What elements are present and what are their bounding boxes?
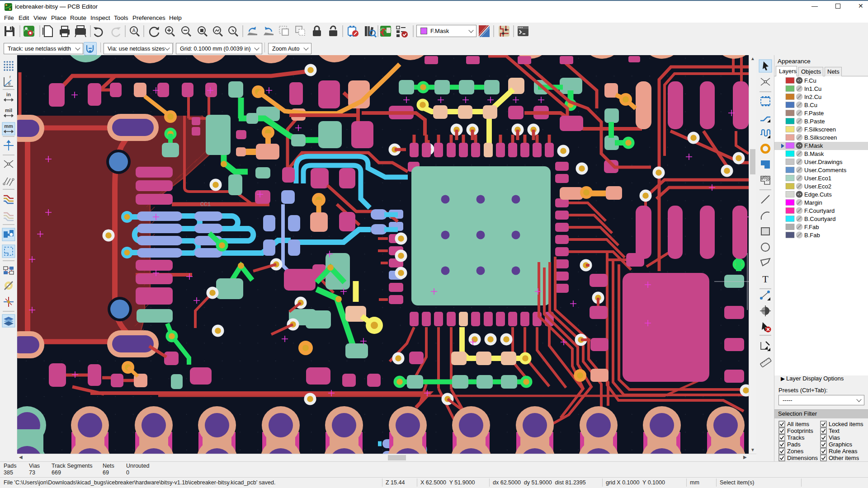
svg-text:Graphics: Graphics — [829, 441, 853, 448]
svg-text:Dimensions: Dimensions — [787, 455, 818, 461]
svg-text:User.Eco1: User.Eco1 — [804, 175, 831, 182]
svg-text:F.Fab: F.Fab — [804, 224, 819, 230]
svg-text:F.Paste: F.Paste — [804, 110, 824, 117]
svg-text:All items: All items — [787, 421, 810, 427]
svg-text:B.Cu: B.Cu — [804, 102, 817, 108]
svg-text:T: T — [762, 273, 769, 285]
svg-text:In2.Cu: In2.Cu — [804, 94, 821, 100]
svg-text:CC1: CC1 — [200, 201, 211, 208]
svg-text:Tracks: Tracks — [787, 434, 805, 441]
svg-text:mm: mm — [4, 123, 13, 129]
svg-text:In1.Cu: In1.Cu — [804, 85, 821, 92]
svg-text:Other items: Other items — [829, 455, 859, 461]
svg-text:F.Courtyard: F.Courtyard — [804, 207, 835, 214]
svg-text:mil: mil — [5, 108, 12, 113]
svg-text:B.Courtyard: B.Courtyard — [804, 216, 835, 222]
svg-text:F.Silkscreen: F.Silkscreen — [804, 126, 836, 133]
svg-text:B.Mask: B.Mask — [804, 150, 824, 157]
svg-text:A: A — [132, 28, 136, 33]
svg-text:r: r — [9, 75, 11, 79]
svg-text:Margin: Margin — [804, 199, 822, 206]
svg-text:Zones: Zones — [787, 448, 804, 455]
svg-text:B.Paste: B.Paste — [804, 118, 825, 125]
svg-text:User.Comments: User.Comments — [804, 167, 847, 174]
svg-text:θ: θ — [8, 82, 10, 86]
svg-text:Pads: Pads — [787, 441, 801, 448]
svg-text:B.Silkscreen: B.Silkscreen — [804, 134, 837, 141]
svg-text:Text: Text — [829, 427, 840, 434]
svg-text:Footprints: Footprints — [787, 427, 813, 434]
svg-text:User.Eco2: User.Eco2 — [804, 183, 831, 190]
svg-text:F.Cu: F.Cu — [804, 77, 816, 84]
svg-text:B.Fab: B.Fab — [804, 232, 820, 239]
svg-text:Rule Areas: Rule Areas — [829, 448, 858, 455]
svg-text:Vias: Vias — [829, 434, 840, 441]
svg-text:User.Drawings: User.Drawings — [804, 159, 843, 165]
svg-text:in: in — [6, 92, 11, 97]
svg-text:Locked items: Locked items — [829, 421, 863, 427]
svg-text:F.Mask: F.Mask — [804, 142, 823, 149]
svg-text:Edge.Cuts: Edge.Cuts — [804, 191, 832, 198]
